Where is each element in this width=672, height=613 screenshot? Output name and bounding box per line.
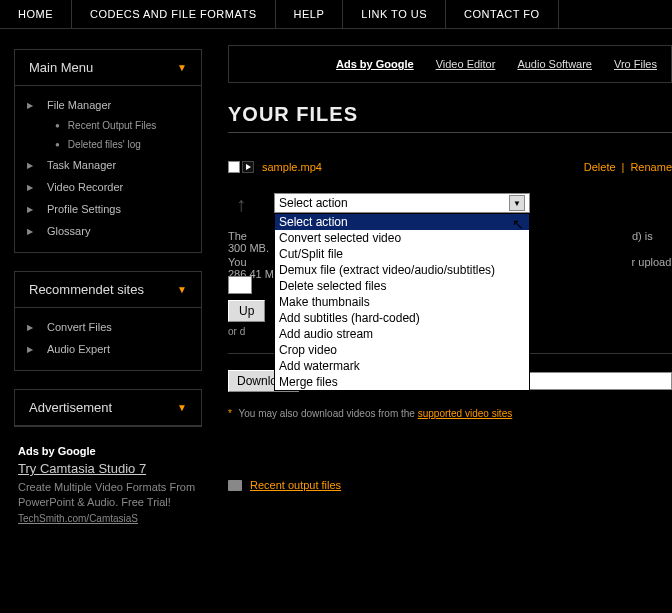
caret-icon: ▶ (27, 101, 33, 110)
file-row: sample.mp4 Delete | Rename (228, 161, 672, 173)
advertisement-header[interactable]: Advertisement ▼ (15, 390, 201, 426)
option-thumbnails[interactable]: Make thumbnails (275, 294, 529, 310)
recent-output-link[interactable]: Recent output files (250, 479, 341, 491)
select-arrow-icon[interactable]: ▼ (509, 195, 525, 211)
sidebar-item-glossary[interactable]: ▶Glossary (19, 220, 197, 242)
caret-icon: ▶ (27, 323, 33, 332)
option-merge[interactable]: Merge files (275, 374, 529, 390)
upload-button[interactable]: Up (228, 300, 265, 322)
recommended-panel: Recommendet sites ▼ ▶Convert Files ▶Audi… (14, 271, 202, 371)
play-icon[interactable] (242, 161, 254, 173)
sidebar-item-profile-settings[interactable]: ▶Profile Settings (19, 198, 197, 220)
top-nav: HOME CODECS AND FILE FORMATS HELP LINK T… (0, 0, 672, 29)
nav-link-to-us[interactable]: LINK TO US (343, 0, 446, 28)
chevron-down-icon: ▼ (177, 284, 187, 295)
file-input-stub[interactable] (228, 276, 252, 294)
ad-url[interactable]: TechSmith.com/CamtasiaS (18, 513, 198, 524)
chevron-down-icon: ▼ (177, 402, 187, 413)
rename-input[interactable] (507, 372, 672, 390)
ads-link-video-editor[interactable]: Video Editor (436, 58, 496, 70)
sidebar-item-task-manager[interactable]: ▶Task Manager (19, 154, 197, 176)
sidebar-item-file-manager[interactable]: ▶File Manager (19, 94, 197, 116)
caret-icon: ▶ (27, 205, 33, 214)
select-value: Select action (279, 196, 509, 210)
option-delete[interactable]: Delete selected files (275, 278, 529, 294)
caret-icon: ▶ (27, 161, 33, 170)
supported-sites-link[interactable]: supported video sites (418, 408, 513, 419)
ads-link-vro-files[interactable]: Vro Files (614, 58, 657, 70)
folder-icon (228, 480, 242, 491)
advertisement-panel: Advertisement ▼ (14, 389, 202, 427)
option-cut-split[interactable]: Cut/Split file (275, 246, 529, 262)
divider (228, 132, 672, 133)
option-audio-stream[interactable]: Add audio stream (275, 326, 529, 342)
nav-contact[interactable]: CONTACT FO (446, 0, 558, 28)
file-name-link[interactable]: sample.mp4 (262, 161, 322, 173)
main-menu-panel: Main Menu ▼ ▶File Manager ●Recent Output… (14, 49, 202, 253)
sidebar-sub-recent-output[interactable]: ●Recent Output Files (19, 116, 197, 135)
sidebar-item-video-recorder[interactable]: ▶Video Recorder (19, 176, 197, 198)
chevron-down-icon: ▼ (177, 62, 187, 73)
main-menu-header[interactable]: Main Menu ▼ (15, 50, 201, 86)
ads-by-google-link[interactable]: Ads by Google (336, 58, 414, 70)
option-watermark[interactable]: Add watermark (275, 358, 529, 374)
page-title: YOUR FILES (228, 103, 672, 126)
bullet-icon: ● (55, 121, 60, 130)
rename-link[interactable]: Rename (630, 161, 672, 173)
ads-bar: Ads by Google Video Editor Audio Softwar… (228, 45, 672, 83)
caret-icon: ▶ (27, 227, 33, 236)
sidebar: Main Menu ▼ ▶File Manager ●Recent Output… (0, 29, 210, 532)
download-note: * You may also download videos from the … (228, 408, 672, 419)
bullet-icon: ● (55, 140, 60, 149)
recommended-title: Recommendet sites (29, 282, 144, 297)
main-menu-title: Main Menu (29, 60, 93, 75)
ad-title-link[interactable]: Try Camtasia Studio 7 (18, 461, 198, 478)
nav-help[interactable]: HELP (276, 0, 344, 28)
arrow-up-icon: ↑ (236, 193, 246, 216)
option-convert[interactable]: Convert selected video (275, 230, 529, 246)
option-demux[interactable]: Demux file (extract video/audio/subtitle… (275, 262, 529, 278)
sidebar-ad: Ads by Google Try Camtasia Studio 7 Crea… (14, 445, 202, 524)
nav-home[interactable]: HOME (0, 0, 72, 28)
option-subtitles[interactable]: Add subtitles (hard-coded) (275, 310, 529, 326)
caret-icon: ▶ (27, 345, 33, 354)
action-dropdown: Select action Convert selected video Cut… (274, 213, 530, 391)
sidebar-item-convert-files[interactable]: ▶Convert Files (19, 316, 197, 338)
option-crop[interactable]: Crop video (275, 342, 529, 358)
ad-description: Create Multiple Video Formats From Power… (18, 480, 198, 511)
nav-codecs[interactable]: CODECS AND FILE FORMATS (72, 0, 276, 28)
sidebar-sub-deleted-log[interactable]: ●Deleted files' log (19, 135, 197, 154)
file-checkbox[interactable] (228, 161, 240, 173)
ads-by-google-label: Ads by Google (18, 445, 202, 457)
caret-icon: ▶ (27, 183, 33, 192)
ads-link-audio-software[interactable]: Audio Software (517, 58, 592, 70)
delete-link[interactable]: Delete (584, 161, 616, 173)
main-content: Ads by Google Video Editor Audio Softwar… (210, 29, 672, 532)
option-select-action[interactable]: Select action (275, 214, 529, 230)
advertisement-title: Advertisement (29, 400, 112, 415)
recommended-header[interactable]: Recommendet sites ▼ (15, 272, 201, 308)
action-select[interactable]: Select action ▼ (274, 193, 530, 213)
sidebar-item-audio-expert[interactable]: ▶Audio Expert (19, 338, 197, 360)
